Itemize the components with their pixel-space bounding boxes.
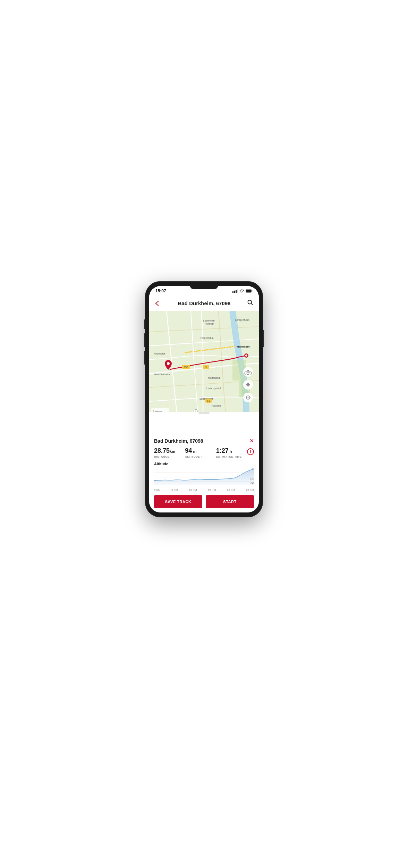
distance-label: DISTANCE bbox=[154, 455, 185, 458]
distance-stat: 28.75km DISTANCE bbox=[154, 448, 185, 458]
svg-rect-3 bbox=[237, 289, 238, 293]
side-button-volume-up bbox=[144, 333, 145, 347]
altitude-label: ALTITUDE ↑ bbox=[185, 455, 216, 458]
altitude-chart: M 150 120 90 bbox=[154, 467, 254, 488]
distance-value: 28.75km bbox=[154, 448, 185, 454]
map-svg: Grünstadt Bobenheim- Roxheim Lampertheim… bbox=[149, 311, 259, 414]
time-value: 1:27 h bbox=[216, 448, 247, 454]
y-label-90: 90 bbox=[251, 482, 254, 484]
altitude-chart-svg bbox=[154, 467, 254, 485]
svg-text:Bobenheim-: Bobenheim- bbox=[203, 319, 216, 322]
nav-bar: Bad Dürkheim, 67098 bbox=[149, 296, 259, 311]
svg-text:Bad Dürkheim: Bad Dürkheim bbox=[154, 373, 170, 376]
x-label-10: 10 KM bbox=[189, 489, 197, 492]
svg-text:Roxheim: Roxheim bbox=[205, 323, 214, 325]
altitude-chart-title: Altitude bbox=[154, 462, 254, 466]
svg-rect-2 bbox=[236, 290, 237, 293]
svg-point-26 bbox=[167, 362, 170, 365]
status-time: 15:07 bbox=[155, 289, 166, 293]
x-label-15: 15 KM bbox=[208, 489, 216, 492]
time-stat: 1:27 h ESTIMATED TIME bbox=[216, 448, 247, 458]
info-button[interactable]: i bbox=[247, 448, 254, 455]
svg-text:Lampertheim: Lampertheim bbox=[235, 319, 249, 322]
svg-text:Mutterstadt: Mutterstadt bbox=[208, 377, 220, 379]
panel-title: Bad Dürkheim, 67098 bbox=[154, 438, 203, 444]
svg-text:Frankenthal: Frankenthal bbox=[201, 337, 213, 339]
phone-notch bbox=[190, 286, 218, 289]
x-label-0: 0 KM bbox=[154, 489, 161, 492]
close-button[interactable]: ✕ bbox=[249, 437, 254, 444]
search-button[interactable] bbox=[246, 298, 255, 308]
signal-icon bbox=[232, 289, 238, 293]
svg-text:650: 650 bbox=[184, 366, 188, 368]
svg-rect-0 bbox=[232, 291, 233, 293]
altitude-value: 94 m bbox=[185, 448, 216, 454]
battery-icon bbox=[246, 289, 253, 293]
side-button-volume-silent bbox=[144, 319, 145, 329]
altitude-section: Altitude bbox=[154, 462, 254, 492]
map-area[interactable]: Grünstadt Bobenheim- Roxheim Lampertheim… bbox=[149, 311, 259, 414]
svg-point-28 bbox=[245, 354, 247, 357]
phone-screen: 15:07 bbox=[149, 286, 259, 512]
svg-text:Grünstadt: Grünstadt bbox=[154, 352, 165, 355]
back-button[interactable] bbox=[153, 299, 162, 308]
svg-rect-31 bbox=[243, 367, 253, 377]
svg-text:Haßloch: Haßloch bbox=[212, 404, 221, 407]
stats-row: 28.75km DISTANCE 94 m ALTITUDE ↑ 1:27 h bbox=[154, 448, 254, 458]
svg-text:Limburgerhof: Limburgerhof bbox=[206, 387, 221, 390]
action-buttons: SAVE TRACK START bbox=[154, 495, 254, 508]
side-button-volume-down bbox=[144, 351, 145, 365]
time-label: ESTIMATED TIME bbox=[216, 455, 247, 458]
bottom-panel: Bad Dürkheim, 67098 ✕ 28.75km DISTANCE 9… bbox=[149, 434, 259, 512]
x-label-5: 5 KM bbox=[171, 489, 178, 492]
side-button-power bbox=[263, 330, 264, 347]
svg-text:9: 9 bbox=[205, 366, 207, 368]
phone-device: 15:07 bbox=[145, 281, 263, 517]
save-track-button[interactable]: SAVE TRACK bbox=[154, 495, 202, 508]
start-button[interactable]: START bbox=[206, 495, 254, 508]
svg-text:61: 61 bbox=[207, 400, 210, 402]
panel-header: Bad Dürkheim, 67098 ✕ bbox=[154, 437, 254, 444]
phone-body: 15:07 bbox=[145, 281, 263, 517]
status-icons bbox=[232, 289, 253, 293]
nav-title: Bad Dürkheim, 67098 bbox=[162, 300, 246, 306]
y-label-m: M bbox=[250, 467, 254, 470]
x-label-20: 20 KM bbox=[227, 489, 235, 492]
svg-rect-6 bbox=[246, 290, 251, 292]
wifi-icon bbox=[239, 289, 244, 293]
altitude-stat: 94 m ALTITUDE ↑ bbox=[185, 448, 216, 458]
svg-rect-5 bbox=[252, 291, 253, 292]
svg-point-38 bbox=[248, 397, 249, 398]
chart-x-labels: 0 KM 5 KM 10 KM 15 KM 20 KM 25 KM bbox=[154, 489, 254, 492]
svg-text:Mannheim: Mannheim bbox=[237, 345, 250, 348]
x-label-25: 25 KM bbox=[246, 489, 254, 492]
svg-point-34 bbox=[247, 370, 249, 371]
svg-rect-1 bbox=[234, 291, 235, 293]
